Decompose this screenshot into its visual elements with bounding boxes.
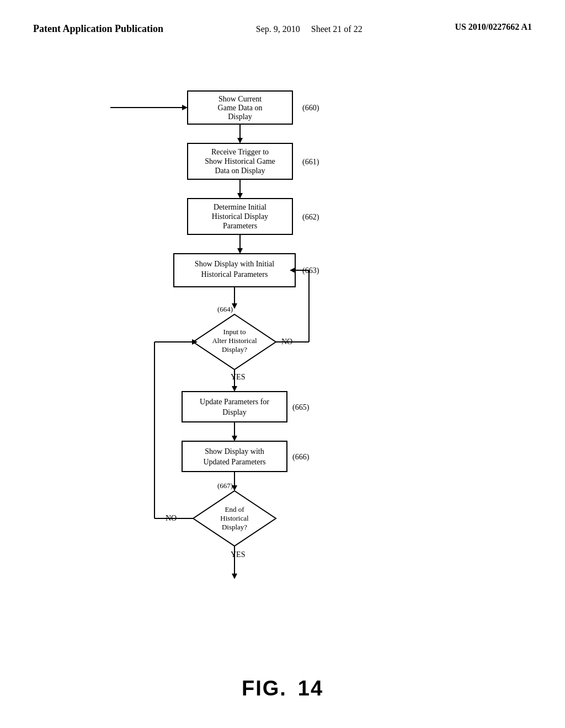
figure-caption: FIG. 14 bbox=[242, 677, 323, 700]
svg-text:Display: Display bbox=[222, 408, 247, 416]
svg-marker-47 bbox=[232, 436, 237, 441]
flowchart-diagram: Show Current Game Data on Display (660) … bbox=[55, 66, 508, 684]
header-publication-label: Patent Application Publication bbox=[33, 22, 163, 36]
header-patent-number: US 2010/0227662 A1 bbox=[455, 22, 532, 32]
svg-marker-41 bbox=[232, 386, 237, 392]
svg-marker-66 bbox=[232, 574, 237, 579]
svg-marker-15 bbox=[237, 193, 243, 199]
svg-text:YES: YES bbox=[231, 550, 245, 559]
svg-marker-22 bbox=[237, 248, 243, 254]
header-center: Sep. 9, 2010 Sheet 21 of 22 bbox=[256, 22, 363, 36]
svg-text:Display?: Display? bbox=[222, 523, 247, 531]
svg-marker-8 bbox=[237, 138, 243, 143]
svg-text:Receive Trigger to: Receive Trigger to bbox=[211, 148, 269, 156]
svg-text:(666): (666) bbox=[292, 453, 310, 462]
figure-label: FIG. bbox=[242, 677, 287, 700]
svg-text:Historical Display: Historical Display bbox=[212, 212, 268, 221]
svg-text:Parameters: Parameters bbox=[223, 222, 257, 230]
svg-text:Show Current: Show Current bbox=[218, 95, 262, 103]
svg-text:YES: YES bbox=[231, 373, 245, 381]
svg-text:Display: Display bbox=[228, 113, 252, 121]
svg-text:(661): (661) bbox=[302, 158, 319, 167]
svg-text:(660): (660) bbox=[302, 104, 319, 113]
svg-text:Updated Parameters: Updated Parameters bbox=[203, 458, 265, 466]
svg-text:Show Historical Game: Show Historical Game bbox=[205, 157, 275, 165]
figure-number: 14 bbox=[298, 677, 323, 700]
header-date: Sep. 9, 2010 bbox=[256, 24, 300, 34]
svg-text:(662): (662) bbox=[302, 213, 319, 222]
svg-text:Game Data on: Game Data on bbox=[218, 104, 263, 112]
svg-text:Display?: Display? bbox=[222, 345, 247, 354]
svg-text:Historical: Historical bbox=[220, 514, 249, 522]
svg-text:Input to: Input to bbox=[223, 328, 246, 336]
svg-text:(664): (664) bbox=[217, 305, 233, 313]
svg-text:Data on Display: Data on Display bbox=[215, 167, 265, 175]
svg-rect-42 bbox=[182, 392, 287, 422]
page-header: Patent Application Publication Sep. 9, 2… bbox=[0, 22, 565, 36]
svg-text:(667): (667) bbox=[217, 481, 233, 490]
svg-text:Determine Initial: Determine Initial bbox=[214, 203, 266, 211]
header-sheet: Sheet 21 of 22 bbox=[311, 24, 363, 34]
svg-text:Show Display with: Show Display with bbox=[205, 447, 264, 456]
svg-rect-48 bbox=[182, 441, 287, 472]
svg-text:Alter Historical: Alter Historical bbox=[212, 336, 257, 345]
svg-text:End of: End of bbox=[225, 505, 244, 513]
svg-text:Update Parameters for: Update Parameters for bbox=[200, 398, 269, 406]
svg-text:(665): (665) bbox=[292, 403, 310, 412]
svg-text:Historical Parameters: Historical Parameters bbox=[201, 270, 268, 279]
svg-text:Show Display with Initial: Show Display with Initial bbox=[195, 260, 274, 268]
svg-marker-1 bbox=[182, 105, 188, 110]
